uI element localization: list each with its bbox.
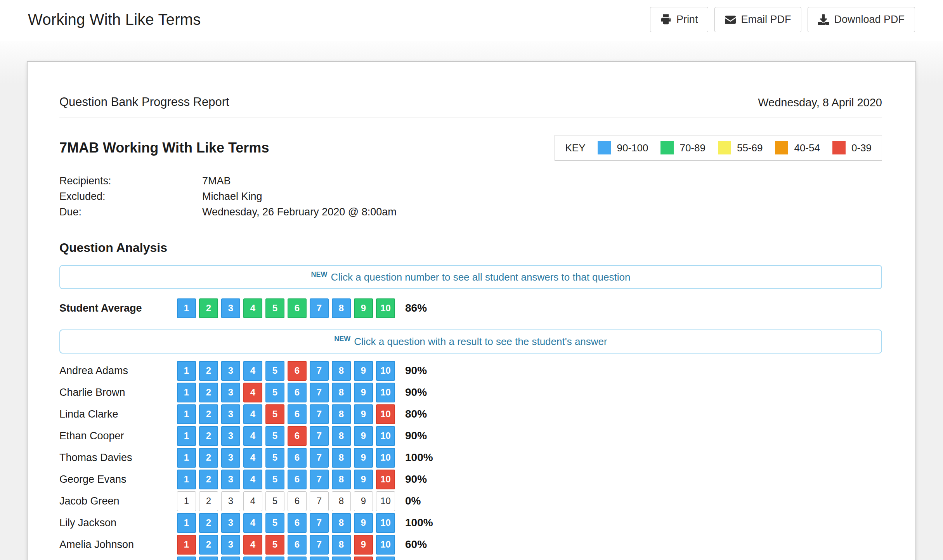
- question-cell-8[interactable]: 8: [332, 513, 351, 533]
- question-cell-3[interactable]: 3: [221, 298, 240, 318]
- question-cell-10[interactable]: 10: [376, 535, 395, 555]
- question-cell-3[interactable]: 3: [221, 513, 240, 533]
- question-cell-7[interactable]: 7: [310, 470, 329, 489]
- question-cell-9[interactable]: 9: [354, 513, 373, 533]
- question-cell-9[interactable]: 9: [354, 404, 373, 424]
- question-cell-4[interactable]: 4: [243, 426, 262, 446]
- question-cell-2[interactable]: 2: [199, 383, 218, 402]
- question-cell-1[interactable]: 1: [177, 298, 196, 318]
- question-cell-10[interactable]: 10: [376, 383, 395, 402]
- question-cell-10[interactable]: 10: [376, 361, 395, 381]
- question-cell-6[interactable]: 6: [288, 470, 307, 489]
- question-cell-4[interactable]: 4: [243, 557, 262, 560]
- question-cell-1[interactable]: 1: [177, 470, 196, 489]
- question-cell-5[interactable]: 5: [265, 383, 284, 402]
- question-cell-6[interactable]: 6: [288, 557, 307, 560]
- question-cell-3[interactable]: 3: [221, 535, 240, 555]
- question-cell-4[interactable]: 4: [243, 470, 262, 489]
- question-cell-5[interactable]: 5: [265, 298, 284, 318]
- question-cell-9[interactable]: 9: [354, 426, 373, 446]
- question-cell-8[interactable]: 8: [332, 470, 351, 489]
- question-cell-5[interactable]: 5: [265, 557, 284, 560]
- question-cell-8[interactable]: 8: [332, 404, 351, 424]
- question-cell-2[interactable]: 2: [199, 557, 218, 560]
- question-cell-9[interactable]: 9: [354, 448, 373, 468]
- question-cell-4[interactable]: 4: [243, 361, 262, 381]
- question-cell-2[interactable]: 2: [199, 470, 218, 489]
- question-cell-8[interactable]: 8: [332, 557, 351, 560]
- question-cell-10[interactable]: 10: [376, 470, 395, 489]
- question-cell-8[interactable]: 8: [332, 448, 351, 468]
- question-cell-9[interactable]: 9: [354, 535, 373, 555]
- question-cell-7[interactable]: 7: [310, 557, 329, 560]
- question-cell-10[interactable]: 10: [376, 426, 395, 446]
- question-cell-10[interactable]: 10: [376, 557, 395, 560]
- question-cell-4[interactable]: 4: [243, 448, 262, 468]
- question-cell-6[interactable]: 6: [288, 404, 307, 424]
- question-cell-8[interactable]: 8: [332, 426, 351, 446]
- print-button[interactable]: Print: [650, 7, 709, 32]
- question-cell-5[interactable]: 5: [265, 404, 284, 424]
- question-cell-9[interactable]: 9: [354, 361, 373, 381]
- question-cell-5[interactable]: 5: [265, 535, 284, 555]
- question-cell-10[interactable]: 10: [376, 513, 395, 533]
- question-cell-4[interactable]: 4: [243, 298, 262, 318]
- question-cell-10[interactable]: 10: [376, 298, 395, 318]
- question-cell-3[interactable]: 3: [221, 361, 240, 381]
- question-cell-8[interactable]: 8: [332, 383, 351, 402]
- question-cell-3[interactable]: 3: [221, 557, 240, 560]
- question-cell-5[interactable]: 5: [265, 426, 284, 446]
- question-cell-9[interactable]: 9: [354, 298, 373, 318]
- question-cell-7[interactable]: 7: [310, 383, 329, 402]
- question-cell-2[interactable]: 2: [199, 535, 218, 555]
- question-cell-6[interactable]: 6: [288, 448, 307, 468]
- question-cell-5[interactable]: 5: [265, 361, 284, 381]
- question-cell-9[interactable]: 9: [354, 557, 373, 560]
- question-cell-2[interactable]: 2: [199, 361, 218, 381]
- question-cell-6[interactable]: 6: [288, 535, 307, 555]
- question-cell-2[interactable]: 2: [199, 404, 218, 424]
- question-cell-6[interactable]: 6: [288, 361, 307, 381]
- question-cell-6[interactable]: 6: [288, 513, 307, 533]
- question-cell-1[interactable]: 1: [177, 535, 196, 555]
- question-cell-2[interactable]: 2: [199, 298, 218, 318]
- question-cell-2[interactable]: 2: [199, 426, 218, 446]
- question-cell-9[interactable]: 9: [354, 383, 373, 402]
- question-cell-6[interactable]: 6: [288, 298, 307, 318]
- question-cell-1[interactable]: 1: [177, 448, 196, 468]
- question-cell-7[interactable]: 7: [310, 404, 329, 424]
- question-cell-1[interactable]: 1: [177, 426, 196, 446]
- question-cell-8[interactable]: 8: [332, 361, 351, 381]
- question-cell-7[interactable]: 7: [310, 361, 329, 381]
- question-cell-8[interactable]: 8: [332, 298, 351, 318]
- question-cell-3[interactable]: 3: [221, 448, 240, 468]
- question-cell-1[interactable]: 1: [177, 513, 196, 533]
- question-cell-4[interactable]: 4: [243, 513, 262, 533]
- question-cell-3[interactable]: 3: [221, 383, 240, 402]
- question-cell-3[interactable]: 3: [221, 404, 240, 424]
- question-cell-10[interactable]: 10: [376, 404, 395, 424]
- question-cell-6[interactable]: 6: [288, 383, 307, 402]
- question-cell-4[interactable]: 4: [243, 404, 262, 424]
- question-cell-4[interactable]: 4: [243, 535, 262, 555]
- question-cell-1[interactable]: 1: [177, 404, 196, 424]
- question-cell-7[interactable]: 7: [310, 535, 329, 555]
- question-cell-10[interactable]: 10: [376, 448, 395, 468]
- question-cell-7[interactable]: 7: [310, 448, 329, 468]
- question-cell-2[interactable]: 2: [199, 513, 218, 533]
- question-cell-7[interactable]: 7: [310, 298, 329, 318]
- question-cell-7[interactable]: 7: [310, 513, 329, 533]
- question-cell-5[interactable]: 5: [265, 470, 284, 489]
- question-cell-5[interactable]: 5: [265, 448, 284, 468]
- question-cell-8[interactable]: 8: [332, 535, 351, 555]
- question-cell-6[interactable]: 6: [288, 426, 307, 446]
- question-cell-1[interactable]: 1: [177, 383, 196, 402]
- question-cell-3[interactable]: 3: [221, 470, 240, 489]
- email-pdf-button[interactable]: Email PDF: [714, 7, 801, 32]
- question-cell-4[interactable]: 4: [243, 383, 262, 402]
- question-cell-2[interactable]: 2: [199, 448, 218, 468]
- question-cell-1[interactable]: 1: [177, 361, 196, 381]
- question-cell-7[interactable]: 7: [310, 426, 329, 446]
- question-cell-1[interactable]: 1: [177, 557, 196, 560]
- question-cell-5[interactable]: 5: [265, 513, 284, 533]
